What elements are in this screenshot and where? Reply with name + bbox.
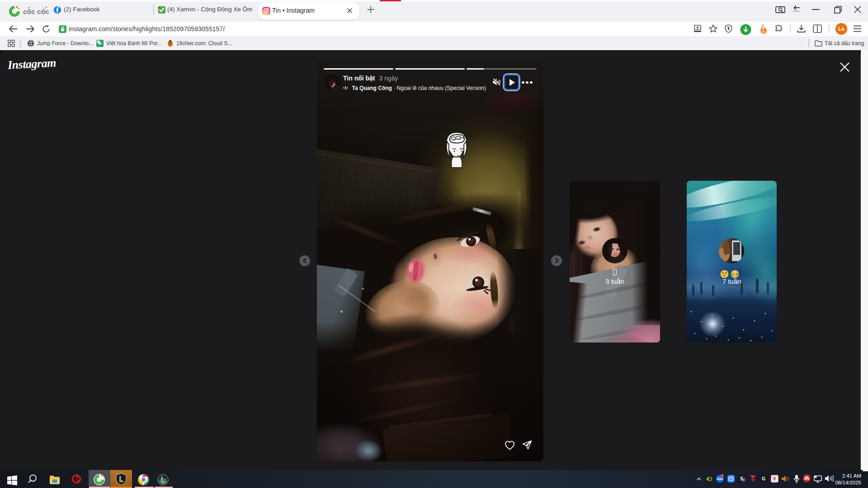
svg-text:cốc cốc: cốc cốc: [23, 8, 49, 15]
